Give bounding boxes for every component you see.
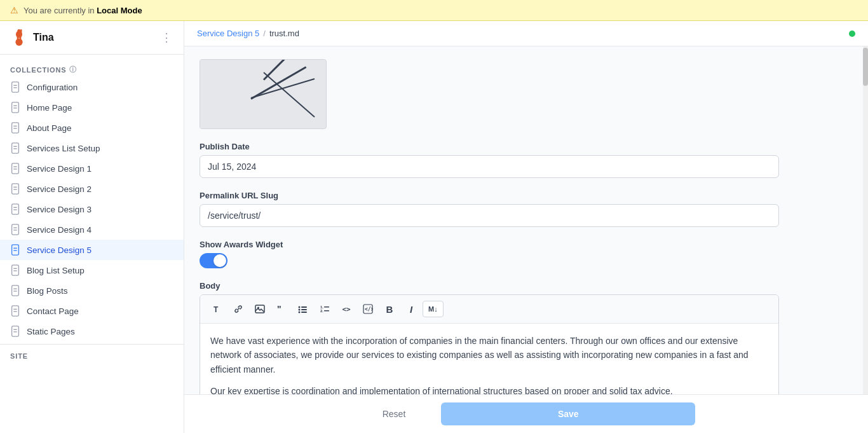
svg-rect-27: [12, 224, 19, 235]
svg-rect-42: [12, 326, 19, 336]
scrollbar-thumb[interactable]: [863, 48, 868, 86]
svg-point-4: [17, 29, 21, 34]
sidebar-item-label: Service Design 4: [27, 225, 92, 235]
svg-rect-57: [301, 312, 307, 313]
sidebar-item-blog-list-setup[interactable]: Blog List Setup: [0, 260, 184, 280]
body-field: Body T: [200, 281, 779, 394]
show-awards-toggle[interactable]: [200, 253, 227, 268]
image-preview: [200, 59, 327, 129]
doc-icon: [10, 224, 20, 235]
svg-rect-15: [12, 143, 19, 153]
svg-text:2.: 2.: [320, 309, 323, 313]
svg-rect-18: [12, 163, 19, 174]
save-button[interactable]: Save: [441, 402, 695, 425]
sidebar-item-configuration[interactable]: Configuration: [0, 77, 184, 97]
doc-icon: [10, 305, 20, 317]
svg-rect-5: [20, 29, 22, 33]
sidebar-item-service-design-5[interactable]: Service Design 5: [0, 240, 184, 260]
image-preview-svg: [200, 60, 327, 129]
footer-bar: Reset Save: [184, 394, 868, 433]
sidebar-header: Tina ⋮: [0, 21, 184, 55]
rte-content-area[interactable]: We have vast experience with the incorpo…: [200, 324, 778, 394]
content-scroll[interactable]: Publish Date Permalink URL Slug Show Awa…: [184, 46, 868, 394]
svg-rect-59: [324, 306, 329, 308]
ordered-list-button[interactable]: 1.2.: [315, 300, 335, 318]
body-label: Body: [200, 281, 779, 291]
sidebar: Tina ⋮ COLLECTIONS ⓘ Configuration Home …: [0, 21, 184, 433]
svg-text:T: T: [214, 305, 219, 313]
sidebar-item-services-list-setup[interactable]: Services List Setup: [0, 138, 184, 158]
doc-icon: [10, 102, 20, 113]
form-area: Publish Date Permalink URL Slug Show Awa…: [184, 46, 794, 394]
bold-button[interactable]: B: [379, 300, 400, 318]
svg-rect-55: [301, 309, 307, 310]
doc-icon: [10, 122, 20, 134]
sidebar-item-service-design-2[interactable]: Service Design 2: [0, 179, 184, 199]
image-button[interactable]: [250, 300, 270, 318]
sidebar-item-service-design-1[interactable]: Service Design 1: [0, 158, 184, 179]
warning-icon: ⚠: [10, 5, 18, 15]
doc-icon: [10, 163, 20, 174]
reset-button[interactable]: Reset: [357, 402, 431, 425]
llama-icon: [10, 29, 28, 46]
italic-button[interactable]: I: [401, 300, 421, 318]
rte-toolbar: T ": [200, 295, 778, 324]
link-button[interactable]: [228, 300, 248, 318]
svg-point-0: [15, 39, 22, 46]
doc-icon: [10, 244, 20, 256]
svg-rect-30: [12, 245, 19, 255]
local-mode-banner: ⚠ You are currently in Local Mode: [0, 0, 868, 21]
sidebar-item-about-page[interactable]: About Page: [0, 118, 184, 138]
permalink-field: Permalink URL Slug: [200, 191, 779, 227]
scrollbar-track[interactable]: [863, 46, 868, 394]
sidebar-item-blog-posts[interactable]: Blog Posts: [0, 280, 184, 301]
body-paragraph-1: We have vast experience with the incorpo…: [210, 334, 768, 376]
svg-rect-39: [12, 306, 19, 316]
doc-icon: [10, 203, 20, 215]
svg-text:": ": [277, 304, 281, 314]
publish-date-label: Publish Date: [200, 142, 779, 151]
sidebar-scroll: COLLECTIONS ⓘ Configuration Home Page Ab…: [0, 55, 184, 433]
sidebar-item-label: Configuration: [27, 83, 78, 92]
banner-text: You are currently in Local Mode: [24, 6, 142, 15]
sidebar-item-label: About Page: [27, 123, 72, 133]
publish-date-input[interactable]: [200, 155, 779, 178]
app-logo: Tina: [10, 29, 54, 46]
toggle-container: [200, 253, 779, 268]
sidebar-item-contact-page[interactable]: Contact Page: [0, 301, 184, 321]
doc-icon: [10, 265, 20, 276]
breadcrumb-current: trust.md: [269, 29, 299, 38]
svg-point-52: [299, 306, 301, 308]
heading-button[interactable]: T: [207, 300, 227, 318]
show-awards-label: Show Awards Widget: [200, 240, 779, 249]
rich-text-editor: T ": [200, 294, 779, 394]
svg-rect-36: [12, 285, 19, 296]
breadcrumb: Service Design 5 / trust.md: [197, 29, 299, 38]
svg-rect-24: [12, 204, 19, 214]
inline-code-button[interactable]: <>: [336, 300, 356, 318]
app-name: Tina: [33, 32, 54, 43]
sidebar-item-label: Service Design 5: [27, 245, 92, 255]
permalink-label: Permalink URL Slug: [200, 191, 779, 200]
quote-button[interactable]: ": [271, 300, 292, 318]
sidebar-menu-icon[interactable]: ⋮: [161, 31, 173, 45]
sidebar-divider: [0, 344, 184, 345]
doc-icon: [10, 81, 20, 93]
sidebar-item-service-design-3[interactable]: Service Design 3: [0, 199, 184, 219]
breadcrumb-bar: Service Design 5 / trust.md: [184, 21, 868, 46]
sidebar-item-home-page[interactable]: Home Page: [0, 97, 184, 118]
doc-icon: [10, 183, 20, 195]
doc-icon: [10, 285, 20, 296]
sidebar-item-static-pages[interactable]: Static Pages: [0, 321, 184, 341]
breadcrumb-parent-link[interactable]: Service Design 5: [197, 29, 259, 38]
doc-icon: [10, 326, 20, 337]
unordered-list-button[interactable]: [293, 300, 313, 318]
code-block-button[interactable]: </>: [358, 300, 378, 318]
status-indicator: [849, 31, 855, 37]
markdown-button[interactable]: M↓: [423, 301, 444, 317]
sidebar-item-label: Service Design 1: [27, 164, 92, 174]
permalink-input[interactable]: [200, 204, 779, 227]
sidebar-item-label: Service Design 2: [27, 184, 92, 194]
sidebar-item-service-design-4[interactable]: Service Design 4: [0, 219, 184, 240]
svg-point-56: [299, 312, 301, 313]
